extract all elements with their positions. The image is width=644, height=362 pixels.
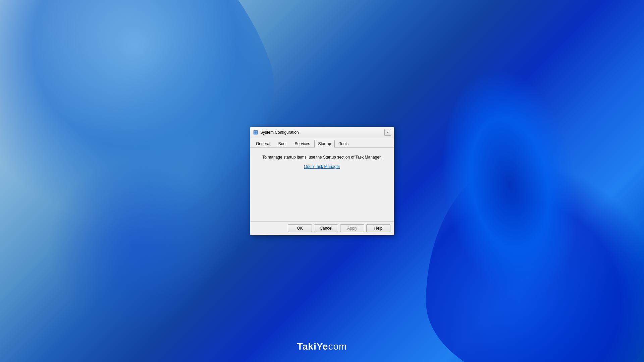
help-button[interactable]: Help	[366, 224, 390, 232]
tab-boot[interactable]: Boot	[275, 140, 290, 147]
dialog-tabs: General Boot Services Startup Tools	[250, 138, 394, 147]
close-button[interactable]: ×	[384, 129, 391, 136]
dialog-title: System Configuration	[260, 130, 299, 135]
ok-button[interactable]: OK	[288, 224, 312, 232]
dialog-titlebar: System Configuration ×	[250, 127, 394, 138]
apply-button[interactable]: Apply	[340, 224, 364, 232]
svg-rect-2	[256, 131, 257, 132]
dialog-content: To manage startup items, use the Startup…	[250, 147, 394, 221]
svg-rect-1	[254, 131, 256, 132]
dialog-overlay: System Configuration × General Boot Serv…	[0, 0, 644, 362]
dialog-app-icon	[253, 130, 258, 135]
svg-rect-3	[254, 133, 256, 134]
svg-rect-4	[256, 133, 257, 134]
tab-startup[interactable]: Startup	[314, 140, 335, 147]
tab-general[interactable]: General	[252, 140, 274, 147]
open-task-manager-link[interactable]: Open Task Manager	[304, 164, 340, 169]
tab-services[interactable]: Services	[291, 140, 314, 147]
dialog-footer: OK Cancel Apply Help	[250, 221, 394, 235]
titlebar-left: System Configuration	[253, 130, 299, 135]
tab-tools[interactable]: Tools	[335, 140, 352, 147]
system-configuration-dialog: System Configuration × General Boot Serv…	[250, 127, 394, 235]
cancel-button[interactable]: Cancel	[314, 224, 338, 232]
startup-description: To manage startup items, use the Startup…	[262, 154, 381, 160]
